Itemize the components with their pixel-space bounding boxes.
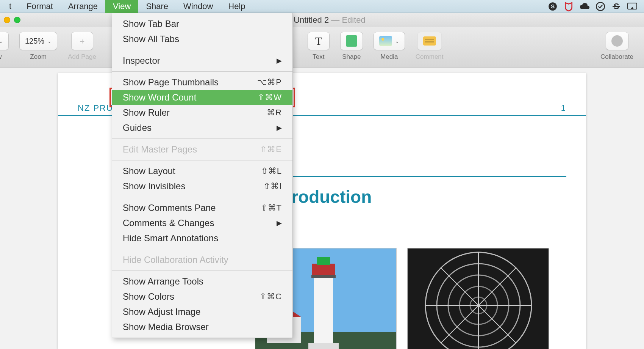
titlebar: Untitled 2 — Edited xyxy=(0,13,644,27)
header-page-number: 1 xyxy=(561,103,566,113)
menu-item-hide-collaboration-activity: Hide Collaboration Activity xyxy=(112,252,292,267)
menu-item-hide-smart-annotations[interactable]: Hide Smart Annotations xyxy=(112,231,292,246)
image-row xyxy=(255,248,549,349)
menu-item-label: Show Adjust Image xyxy=(123,307,282,317)
menu-item-label: Show Comments Pane xyxy=(123,203,261,213)
collaborate-label: Collaborate xyxy=(600,53,633,61)
media-label: Media xyxy=(380,53,398,61)
mcafee-icon[interactable] xyxy=(563,1,574,12)
menu-item-shortcut: ⌥⌘P xyxy=(257,77,282,87)
comment-button[interactable] xyxy=(417,32,442,50)
menu-help[interactable]: Help xyxy=(220,0,253,13)
zoom-button[interactable] xyxy=(14,17,20,23)
media-button[interactable]: ⌄ xyxy=(374,32,405,50)
menu-item-label: Show Layout xyxy=(123,166,261,176)
menu-share[interactable]: Share xyxy=(138,0,176,13)
menu-insert[interactable]: t xyxy=(2,0,19,13)
add-page-label: Add Page xyxy=(68,53,96,61)
menu-item-show-page-thumbnails[interactable]: Show Page Thumbnails⌥⌘P xyxy=(112,75,292,90)
zoom-selector[interactable]: 125%⌄ xyxy=(19,32,57,50)
menu-item-label: Show Ruler xyxy=(123,107,267,118)
menu-item-shortcut: ⇧⌘C xyxy=(259,292,282,302)
menu-item-label: Show Word Count xyxy=(123,92,258,103)
menu-item-show-word-count[interactable]: Show Word Count⇧⌘W xyxy=(112,90,292,105)
menu-item-show-tab-bar[interactable]: Show Tab Bar xyxy=(112,16,292,31)
menu-item-show-all-tabs[interactable]: Show All Tabs xyxy=(112,31,292,47)
submenu-arrow-icon: ▶ xyxy=(277,219,282,227)
text-label: Text xyxy=(313,53,324,61)
menu-arrange[interactable]: Arrange xyxy=(61,0,105,13)
s-strike-icon[interactable]: S xyxy=(611,1,622,12)
menu-item-show-colors[interactable]: Show Colors⇧⌘C xyxy=(112,289,292,304)
menu-item-shortcut: ⇧⌘L xyxy=(261,166,282,176)
text-button[interactable]: T xyxy=(308,32,330,50)
svg-text:S: S xyxy=(551,3,555,9)
submenu-arrow-icon: ▶ xyxy=(277,57,282,65)
menu-item-label: Inspector xyxy=(123,55,277,66)
menu-item-shortcut: ⌘R xyxy=(267,108,282,118)
shape-label: Shape xyxy=(342,53,361,61)
comment-label: Comment xyxy=(416,53,444,61)
collaborate-button[interactable] xyxy=(606,32,628,50)
menu-item-show-layout[interactable]: Show Layout⇧⌘L xyxy=(112,163,292,179)
menubar: t Format Arrange View Share Window Help … xyxy=(0,0,644,13)
menu-item-label: Show Colors xyxy=(123,291,259,302)
add-page-button[interactable]: ＋ xyxy=(71,32,93,50)
menu-item-label: Show Media Browser xyxy=(123,322,282,332)
menu-item-show-invisibles[interactable]: Show Invisibles⇧⌘I xyxy=(112,179,292,194)
menu-item-shortcut: ⇧⌘E xyxy=(260,145,282,154)
view-options-label: w xyxy=(0,53,2,61)
minimize-button[interactable] xyxy=(4,17,10,23)
menu-item-label: Show Page Thumbnails xyxy=(123,77,257,88)
menu-item-label: Guides xyxy=(123,123,277,133)
menu-item-label: Show Invisibles xyxy=(123,181,263,192)
section-divider xyxy=(270,176,566,177)
menu-item-label: Edit Master Pages xyxy=(123,144,260,155)
shape-button[interactable] xyxy=(340,32,363,50)
menu-format[interactable]: Format xyxy=(19,0,61,13)
menu-item-label: Comments & Changes xyxy=(123,218,277,228)
toolbar: ⌄ w 125%⌄ Zoom ＋ Add Page T Text Shape ⌄… xyxy=(0,27,644,68)
menu-item-comments-changes[interactable]: Comments & Changes▶ xyxy=(112,215,292,231)
check-circle-icon[interactable] xyxy=(595,1,606,12)
submenu-arrow-icon: ▶ xyxy=(277,124,282,132)
menu-item-show-media-browser[interactable]: Show Media Browser xyxy=(112,319,292,335)
svg-rect-17 xyxy=(311,275,336,278)
menu-item-show-comments-pane[interactable]: Show Comments Pane⇧⌘T xyxy=(112,200,292,215)
menu-item-label: Hide Smart Annotations xyxy=(123,233,282,244)
menu-item-label: Hide Collaboration Activity xyxy=(123,255,282,265)
menu-item-shortcut: ⇧⌘I xyxy=(263,181,282,191)
svg-rect-14 xyxy=(314,271,333,347)
image-spiral-stairs[interactable] xyxy=(407,248,549,349)
skype-icon[interactable]: S xyxy=(547,1,558,12)
cloud-icon[interactable] xyxy=(579,1,590,12)
zoom-label: Zoom xyxy=(30,53,46,61)
menu-item-guides[interactable]: Guides▶ xyxy=(112,120,292,135)
svg-point-2 xyxy=(596,2,605,11)
menu-item-shortcut: ⇧⌘T xyxy=(261,203,282,213)
menu-item-show-ruler[interactable]: Show Ruler⌘R xyxy=(112,105,292,120)
menu-window[interactable]: Window xyxy=(176,0,220,13)
svg-rect-15 xyxy=(312,264,335,275)
menu-item-label: Show Tab Bar xyxy=(123,19,282,29)
menu-item-show-adjust-image[interactable]: Show Adjust Image xyxy=(112,304,292,319)
menu-item-edit-master-pages: Edit Master Pages⇧⌘E xyxy=(112,142,292,157)
document-area: NZ PRUCA 1 Introduction xyxy=(0,68,644,349)
menu-item-show-arrange-tools[interactable]: Show Arrange Tools xyxy=(112,274,292,289)
svg-rect-18 xyxy=(308,343,339,349)
menu-item-label: Show Arrange Tools xyxy=(123,276,282,287)
menu-item-shortcut: ⇧⌘W xyxy=(258,93,282,102)
view-options-button[interactable]: ⌄ xyxy=(0,32,9,50)
svg-rect-16 xyxy=(317,257,330,265)
menu-view[interactable]: View xyxy=(105,0,138,13)
menu-item-inspector[interactable]: Inspector▶ xyxy=(112,53,292,68)
view-menu-dropdown: Show Tab BarShow All TabsInspector▶Show … xyxy=(112,13,293,338)
menu-item-label: Show All Tabs xyxy=(123,34,282,44)
screen-mirror-icon[interactable] xyxy=(627,1,638,12)
